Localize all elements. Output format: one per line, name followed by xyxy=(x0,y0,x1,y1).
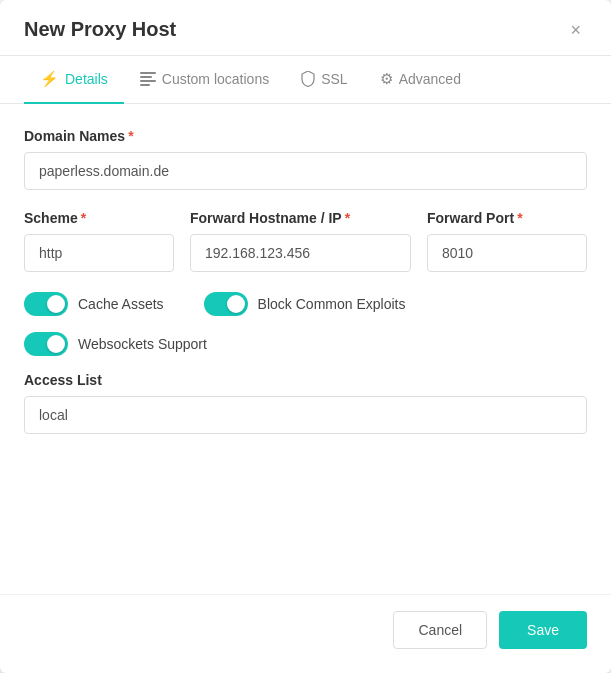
modal-title: New Proxy Host xyxy=(24,18,176,41)
domain-names-group: Domain Names * xyxy=(24,128,587,190)
svg-rect-0 xyxy=(140,72,156,74)
access-list-input[interactable] xyxy=(24,396,587,434)
cache-assets-slider xyxy=(24,292,68,316)
port-label: Forward Port * xyxy=(427,210,587,226)
cancel-button[interactable]: Cancel xyxy=(393,611,487,649)
tab-ssl[interactable]: SSL xyxy=(285,56,363,104)
websockets-slider xyxy=(24,332,68,356)
port-input[interactable] xyxy=(427,234,587,272)
tab-ssl-label: SSL xyxy=(321,71,347,87)
websockets-toggle-item: Websockets Support xyxy=(24,332,207,356)
close-button[interactable]: × xyxy=(564,19,587,41)
svg-rect-3 xyxy=(140,84,150,86)
toggles-row-1: Cache Assets Block Common Exploits xyxy=(24,292,587,316)
ssl-icon xyxy=(301,71,315,87)
websockets-toggle[interactable] xyxy=(24,332,68,356)
scheme-group: Scheme * xyxy=(24,210,174,272)
modal-body: Domain Names * Scheme * Forward Hostname… xyxy=(0,104,611,594)
tab-advanced[interactable]: ⚙ Advanced xyxy=(364,56,477,104)
block-exploits-toggle[interactable] xyxy=(204,292,248,316)
details-icon: ⚡ xyxy=(40,70,59,88)
custom-locations-icon xyxy=(140,72,156,86)
connection-row: Scheme * Forward Hostname / IP * Forward… xyxy=(24,210,587,272)
hostname-label: Forward Hostname / IP * xyxy=(190,210,411,226)
block-exploits-slider xyxy=(204,292,248,316)
cache-assets-toggle[interactable] xyxy=(24,292,68,316)
tab-custom-locations-label: Custom locations xyxy=(162,71,269,87)
domain-names-label: Domain Names * xyxy=(24,128,587,144)
tab-details[interactable]: ⚡ Details xyxy=(24,56,124,104)
toggles-row-2: Websockets Support xyxy=(24,332,587,356)
block-exploits-toggle-item: Block Common Exploits xyxy=(204,292,406,316)
scheme-input[interactable] xyxy=(24,234,174,272)
hostname-input[interactable] xyxy=(190,234,411,272)
modal-footer: Cancel Save xyxy=(0,594,611,673)
tab-advanced-label: Advanced xyxy=(399,71,461,87)
svg-rect-2 xyxy=(140,80,156,82)
svg-rect-1 xyxy=(140,76,152,78)
scheme-label: Scheme * xyxy=(24,210,174,226)
tab-custom-locations[interactable]: Custom locations xyxy=(124,56,285,104)
advanced-icon: ⚙ xyxy=(380,70,393,88)
required-marker: * xyxy=(128,128,133,144)
port-group: Forward Port * xyxy=(427,210,587,272)
access-list-group: Access List xyxy=(24,372,587,434)
modal-header: New Proxy Host × xyxy=(0,0,611,56)
hostname-group: Forward Hostname / IP * xyxy=(190,210,411,272)
modal-dialog: New Proxy Host × ⚡ Details Custom locati… xyxy=(0,0,611,673)
domain-names-input[interactable] xyxy=(24,152,587,190)
websockets-label: Websockets Support xyxy=(78,336,207,352)
cache-assets-label: Cache Assets xyxy=(78,296,164,312)
save-button[interactable]: Save xyxy=(499,611,587,649)
tab-details-label: Details xyxy=(65,71,108,87)
block-exploits-label: Block Common Exploits xyxy=(258,296,406,312)
access-list-label: Access List xyxy=(24,372,587,388)
tabs-container: ⚡ Details Custom locations SSL xyxy=(0,56,611,104)
cache-assets-toggle-item: Cache Assets xyxy=(24,292,164,316)
